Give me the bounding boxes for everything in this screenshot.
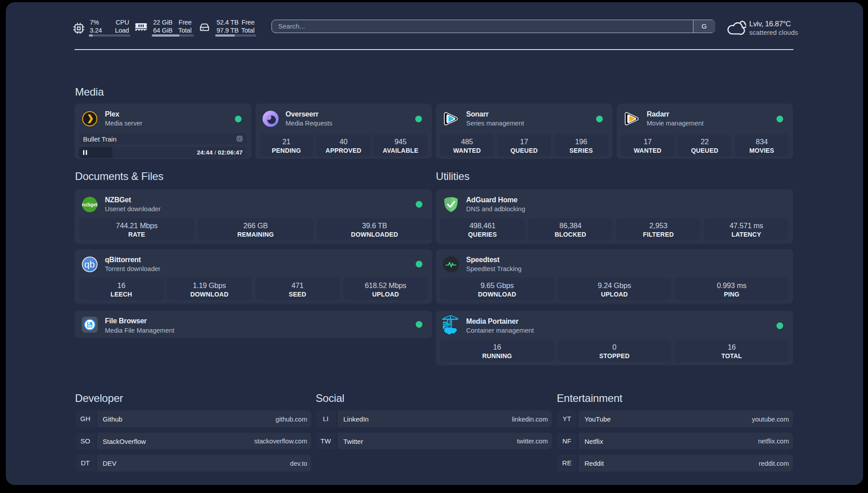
svg-text:nzbget: nzbget xyxy=(82,202,98,207)
svg-text:qb: qb xyxy=(84,259,95,269)
